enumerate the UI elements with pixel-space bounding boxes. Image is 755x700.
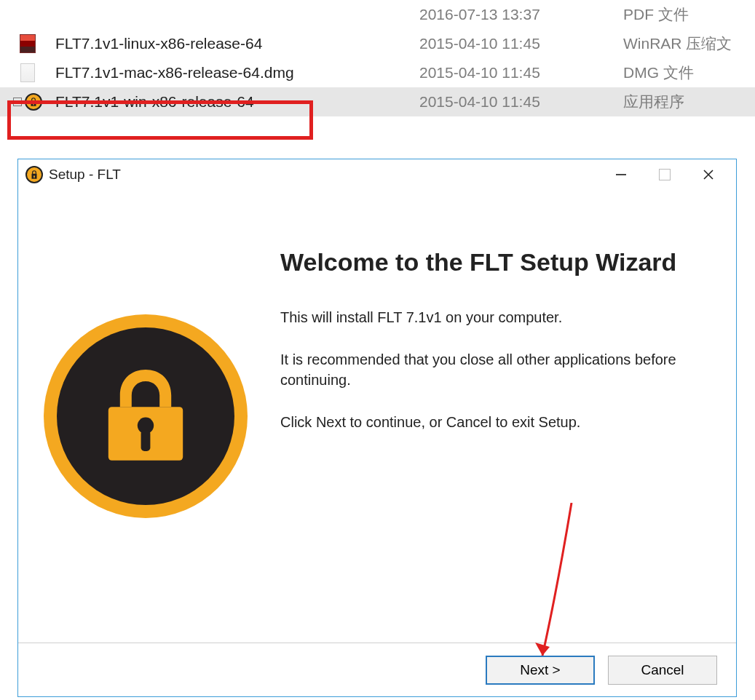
setup-dialog: Setup - FLT Welcome to the FLT Setup Wiz… bbox=[17, 159, 737, 697]
file-date: 2015-04-10 11:45 bbox=[419, 93, 623, 111]
wizard-text-pane: Welcome to the FLT Setup Wizard This wil… bbox=[273, 190, 736, 643]
file-icon bbox=[0, 63, 55, 82]
file-row[interactable]: 2016-07-13 13:37 PDF 文件 bbox=[0, 0, 755, 29]
wizard-body-3: Click Next to continue, or Cancel to exi… bbox=[280, 412, 707, 432]
next-button[interactable]: Next > bbox=[486, 656, 595, 685]
minimize-button[interactable] bbox=[599, 160, 643, 189]
file-type: 应用程序 bbox=[623, 92, 754, 112]
file-date: 2015-04-10 11:45 bbox=[419, 35, 623, 52]
file-type: DMG 文件 bbox=[623, 63, 754, 83]
file-name: FLT7.1v1-mac-x86-release-64.dmg bbox=[55, 64, 419, 81]
svg-rect-2 bbox=[141, 430, 151, 451]
file-name: FLT7.1v1-linux-x86-release-64 bbox=[55, 35, 419, 52]
file-type: PDF 文件 bbox=[623, 4, 754, 25]
button-row: Next > Cancel bbox=[18, 643, 736, 696]
rar-icon bbox=[0, 34, 55, 53]
file-date: 2015-04-10 11:45 bbox=[419, 64, 623, 81]
window-title: Setup - FLT bbox=[49, 167, 121, 183]
wizard-heading: Welcome to the FLT Setup Wizard bbox=[280, 247, 707, 278]
close-button[interactable] bbox=[687, 160, 730, 189]
file-name: FLT7.1v1-win-x86-release-64 bbox=[55, 93, 419, 111]
file-date: 2016-07-13 13:37 bbox=[419, 6, 623, 23]
lock-icon bbox=[0, 93, 55, 111]
file-row[interactable]: FLT7.1v1-win-x86-release-64 2015-04-10 1… bbox=[0, 87, 755, 116]
lock-logo bbox=[44, 314, 248, 518]
file-row[interactable]: FLT7.1v1-mac-x86-release-64.dmg 2015-04-… bbox=[0, 58, 755, 87]
cancel-button[interactable]: Cancel bbox=[608, 656, 717, 685]
file-row[interactable]: FLT7.1v1-linux-x86-release-64 2015-04-10… bbox=[0, 29, 755, 58]
lock-icon bbox=[25, 166, 43, 183]
file-type: WinRAR 压缩文 bbox=[623, 33, 754, 54]
file-list: 2016-07-13 13:37 PDF 文件 FLT7.1v1-linux-x… bbox=[0, 0, 755, 116]
wizard-body-2: It is recommended that you close all oth… bbox=[280, 349, 707, 390]
wizard-body-1: This will install FLT 7.1v1 on your comp… bbox=[280, 307, 707, 327]
titlebar[interactable]: Setup - FLT bbox=[18, 159, 736, 190]
maximize-button[interactable] bbox=[643, 160, 687, 189]
wizard-image-pane bbox=[18, 190, 273, 643]
